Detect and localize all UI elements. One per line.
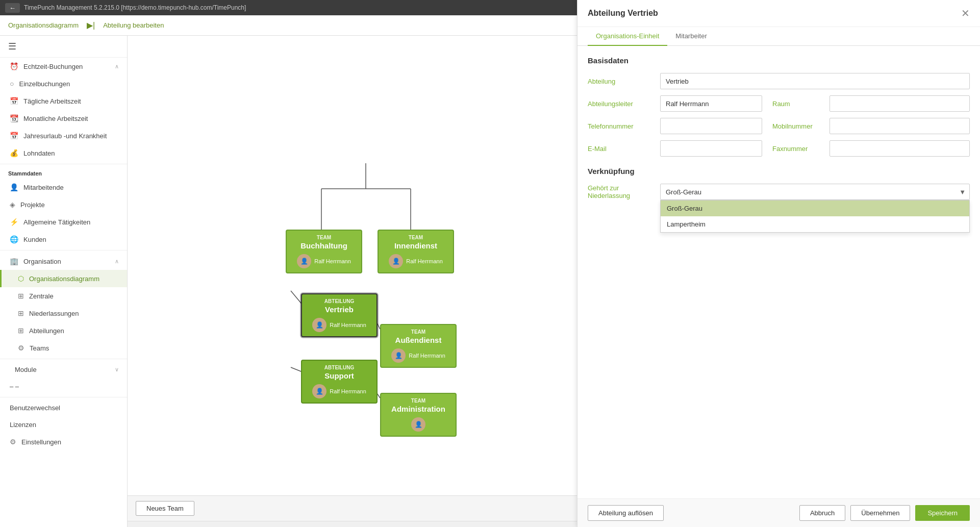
abteilung-label: Abteilung [588, 78, 654, 85]
module-collapse: ∨ [115, 366, 119, 373]
node-aussendienst[interactable]: Team Außendienst 👤 Ralf Herrmann [380, 324, 457, 368]
sidebar-item-einstellungen[interactable]: ⚙ Einstellungen [0, 433, 127, 450]
sidebar-label-einzel: Einzelbuchungen [19, 80, 70, 88]
sidebar-item-organisation[interactable]: 🏢 Organisation ∧ [0, 253, 127, 270]
sidebar-item-orgdiagramm[interactable]: ⬡ Organisationsdiagramm [0, 270, 127, 287]
breadcrumb-edit-link[interactable]: Abteilung bearbeiten [103, 21, 164, 29]
node-administration[interactable]: Team Administration 👤 [380, 393, 457, 437]
faxnummer-input[interactable] [830, 140, 970, 157]
tab-mitarbeiter[interactable]: Mitarbeiter [667, 27, 715, 46]
panel-tabs: Organisations-Einheit Mitarbeiter [577, 27, 980, 46]
raum-input[interactable] [830, 95, 970, 112]
verknupfung-title: Verknüpfung [588, 167, 970, 175]
sidebar-item-projekte[interactable]: ◈ Projekte [0, 196, 127, 213]
form-row-leiter: Abteilungsleiter Raum [588, 95, 970, 112]
panel-content: Basisdaten Abteilung Abteilungsleiter Ra… [577, 46, 980, 498]
panel-close-button[interactable]: ✕ [961, 7, 970, 19]
abteilungsleiter-input[interactable] [660, 95, 762, 112]
sidebar-item-teams[interactable]: ⚙ Teams [0, 339, 127, 357]
panel-title: Abteilung Vertrieb [588, 9, 658, 18]
sidebar-item-einzel[interactable]: ○ Einzelbuchungen [0, 75, 127, 92]
support-avatar: 👤 [312, 384, 326, 398]
aussendienst-person-name: Ralf Herrmann [409, 353, 445, 359]
sidebar-item-mitarbeitende[interactable]: 👤 Mitarbeitende [0, 179, 127, 196]
raum-label: Raum [772, 100, 823, 108]
ubernehmen-button[interactable]: Übernehmen [850, 505, 910, 521]
node-innendienst-type: Team [409, 235, 423, 240]
support-person-name: Ralf Herrmann [330, 388, 366, 394]
divider-2 [0, 250, 127, 250]
sidebar-item-abteilungen[interactable]: ⊞ Abteilungen [0, 322, 127, 339]
jahres-icon: 📅 [10, 132, 18, 140]
dropdown-option-lampertheim[interactable]: Lampertheim [661, 216, 969, 232]
telefonnummer-input[interactable] [660, 118, 762, 134]
lohn-icon: 💰 [10, 149, 18, 157]
organisation-icon: 🏢 [10, 257, 18, 265]
auflosen-button[interactable]: Abteilung auflösen [588, 505, 664, 521]
node-innendienst[interactable]: Team Innendienst 👤 Ralf Herrmann [378, 230, 454, 273]
new-team-button[interactable]: Neues Team [136, 501, 194, 516]
node-support-type: Abteilung [324, 365, 354, 370]
node-innendienst-person: 👤 Ralf Herrmann [389, 254, 443, 268]
mitarbeitende-icon: 👤 [10, 183, 18, 191]
abbruch-button[interactable]: Abbruch [799, 505, 845, 521]
vertrieb-avatar: 👤 [312, 318, 326, 332]
node-administration-person: 👤 [411, 417, 425, 432]
aussendienst-avatar: 👤 [391, 348, 406, 363]
node-buchhaltung-person: 👤 Ralf Herrmann [297, 254, 351, 268]
node-support[interactable]: Abteilung Support 👤 Ralf Herrmann [301, 360, 378, 404]
dropdown-open-list[interactable]: Groß-Gerau Lampertheim [660, 200, 970, 233]
form-row-email: E-Mail Faxnummer [588, 140, 970, 157]
sidebar-item-lizenzen[interactable]: Lizenzen [0, 416, 127, 433]
teams-icon: ⚙ [18, 344, 24, 352]
sidebar-label-einstellungen: Einstellungen [21, 438, 61, 446]
einstellungen-icon: ⚙ [10, 438, 16, 446]
panel-footer: Abteilung auflösen Abbruch Übernehmen Sp… [577, 498, 980, 527]
right-panel: Abteilung Vertrieb ✕ Organisations-Einhe… [577, 0, 980, 527]
sidebar-item-module[interactable]: Module ∨ [0, 361, 127, 378]
node-vertrieb-type: Abteilung [324, 298, 354, 304]
niederlassung-select[interactable]: Groß-Gerau Lampertheim [660, 184, 970, 200]
hamburger-icon[interactable]: ☰ [8, 41, 16, 52]
sidebar-item-echtzeit[interactable]: ⏰ Echtzeit-Buchungen ∧ [0, 58, 127, 75]
sidebar-label-benutzerwechsel: Benutzerwechsel [10, 404, 60, 412]
zentrale-icon: ⊞ [18, 292, 24, 300]
back-button[interactable]: ← [5, 3, 20, 13]
sidebar-label-niederlassungen: Niederlassungen [29, 310, 79, 317]
sidebar-item-lohn[interactable]: 💰 Lohndaten [0, 144, 127, 162]
telefonnummer-label: Telefonnummer [588, 122, 654, 130]
email-input[interactable] [660, 140, 762, 157]
sidebar-item-sep: – – [0, 378, 127, 395]
node-support-name: Support [324, 371, 354, 380]
mobilnummer-input[interactable] [830, 118, 970, 134]
kunden-icon: 🌐 [10, 235, 18, 243]
sidebar-label-organisation: Organisation [23, 258, 61, 265]
sidebar-label-projekte: Projekte [20, 201, 45, 209]
sidebar-item-jahres[interactable]: 📅 Jahresurlaub -und Krankheit [0, 127, 127, 144]
dropdown-option-gross-gerau[interactable]: Groß-Gerau [661, 200, 969, 216]
allgemein-icon: ⚡ [10, 218, 18, 226]
abteilung-input[interactable] [660, 73, 970, 89]
sidebar-item-niederlassungen[interactable]: ⊞ Niederlassungen [0, 305, 127, 322]
sidebar-label-lohn: Lohndaten [23, 149, 55, 157]
tab-org-einheit[interactable]: Organisations-Einheit [588, 27, 667, 46]
orgdiagramm-icon: ⬡ [18, 274, 24, 283]
sidebar-item-monatlich[interactable]: 📆 Monatliche Arbeitszeit [0, 110, 127, 127]
sidebar-label-kunden: Kunden [23, 236, 46, 243]
sidebar-label-monatlich: Monatliche Arbeitszeit [23, 115, 88, 122]
sidebar-item-taeglich[interactable]: 📅 Tägliche Arbeitszeit [0, 92, 127, 110]
sidebar-item-kunden[interactable]: 🌐 Kunden [0, 231, 127, 248]
separator-icon: ▶| [87, 20, 95, 30]
sidebar-label-teams: Teams [30, 344, 49, 352]
niederlassung-dropdown-container: Groß-Gerau Lampertheim ▼ Groß-Gerau Lamp… [660, 184, 970, 200]
sidebar-item-zentrale[interactable]: ⊞ Zentrale [0, 287, 127, 305]
sidebar-item-benutzerwechsel[interactable]: Benutzerwechsel [0, 399, 127, 416]
node-buchhaltung[interactable]: Team Buchhaltung 👤 Ralf Herrmann [286, 230, 362, 273]
node-support-person: 👤 Ralf Herrmann [312, 384, 366, 398]
organisation-collapse: ∧ [115, 258, 119, 265]
sidebar-item-allgemein[interactable]: ⚡ Allgemeine Tätigkeiten [0, 213, 127, 231]
faxnummer-label: Faxnummer [772, 145, 823, 153]
speichern-button[interactable]: Speichern [915, 505, 970, 521]
node-vertrieb[interactable]: Abteilung Vertrieb 👤 Ralf Herrmann [301, 293, 378, 337]
breadcrumb-org-link[interactable]: Organisationsdiagramm [8, 21, 79, 29]
